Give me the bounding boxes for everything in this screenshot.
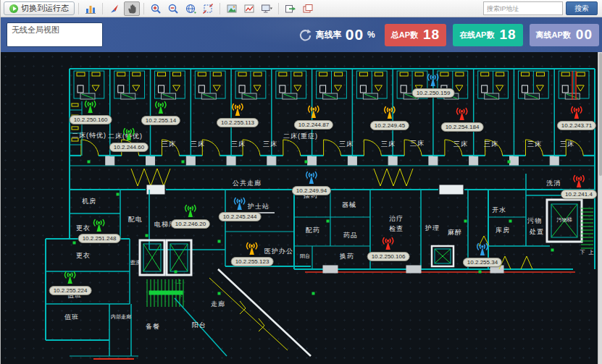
zoom-out-button[interactable]: [165, 1, 181, 16]
image-icon: [226, 3, 238, 14]
room-label: 二床(特优): [72, 131, 106, 140]
room-label: 内部走廊: [111, 313, 131, 321]
floor-plan-canvas[interactable]: 二床(特优)二床(特优)三床三床三床三床二床(重症)三床三床三床三床三床三床三床…: [1, 52, 602, 364]
ap-marker[interactable]: 10.2.255.14: [141, 98, 180, 125]
room-label: 配药: [306, 226, 320, 235]
compass-icon: [109, 3, 120, 14]
ap-ip-label: 10.2.245.244: [219, 212, 262, 221]
ap-marker[interactable]: 10.2.244.87: [294, 103, 333, 130]
room-label: 三床: [410, 139, 425, 148]
room-label: 三床: [560, 140, 574, 149]
ap-marker[interactable]: 10.2.251.248: [78, 216, 121, 243]
switch-run-state-button[interactable]: 切换到运行态: [4, 1, 75, 15]
floor-plan-overlay: 二床(特优)二床(特优)三床三床三床三床二床(重症)三床三床三床三床三床三床三床…: [1, 52, 602, 364]
image-button[interactable]: [224, 1, 240, 16]
ap-ip-label: 10.2.250.106: [367, 252, 410, 261]
offline-rate: 离线率 00 %: [298, 26, 375, 43]
search-ip-input[interactable]: [483, 1, 563, 15]
toolbar-separator: [278, 3, 279, 14]
ap-ip-label: 10.2.241.4: [561, 190, 597, 199]
ap-antenna-icon: [566, 103, 588, 122]
ap-ip-label: 10.2.244.87: [294, 120, 333, 130]
zoom-extents-button[interactable]: [200, 1, 216, 16]
room-label: 三床: [453, 140, 468, 149]
export-button[interactable]: [283, 1, 298, 16]
room-label: 配电: [128, 215, 143, 224]
ap-marker[interactable]: 10.2.250.159: [412, 71, 455, 98]
room-label: 污物梯: [557, 216, 572, 224]
ap-marker[interactable]: 10.2.255.224: [49, 268, 92, 295]
ap-ip-label: 10.2.254.184: [441, 122, 484, 132]
ap-marker[interactable]: 10.2.254.184: [441, 105, 484, 132]
stats-panel: 离线率 00 % 总AP数18在线AP数18离线AP数00: [298, 24, 599, 46]
snapshot-button[interactable]: [241, 1, 257, 16]
room-label: 备餐: [146, 322, 160, 331]
ap-marker[interactable]: 10.2.246.20: [171, 202, 210, 229]
ap-antenna-icon: [472, 240, 493, 259]
view-selector[interactable]: 无线全局视图: [7, 22, 103, 47]
zoom-globe-button[interactable]: [183, 1, 198, 16]
vertical-scrollbar[interactable]: [598, 52, 602, 364]
ap-antenna-icon: [150, 98, 172, 117]
refresh-icon: [298, 28, 312, 42]
display-mode-icon: [261, 3, 272, 14]
room-label: 更衣: [76, 251, 91, 261]
ap-marker[interactable]: 10.2.255.123: [231, 240, 274, 266]
display-mode-button[interactable]: [259, 1, 275, 16]
ap-ip-label: 10.2.255.123: [231, 257, 274, 266]
ap-marker[interactable]: 10.2.255.34: [463, 240, 502, 267]
ap-antenna-icon: [118, 125, 140, 144]
ap-marker[interactable]: 10.2.249.45: [370, 103, 409, 130]
zoom-out-icon: [167, 3, 179, 14]
room-label: 三床: [339, 140, 354, 149]
ap-antenna-icon: [303, 103, 325, 122]
toolbar-separator: [220, 3, 220, 14]
ap-marker[interactable]: 10.2.245.244: [219, 195, 262, 221]
ap-count-badge: 总AP数18: [385, 24, 446, 46]
offline-rate-value: 00: [346, 26, 364, 43]
ap-marker[interactable]: 10.2.241.4: [561, 172, 597, 199]
zoom-globe-icon: [185, 3, 196, 14]
toolbar-icon-group: [76, 1, 316, 16]
room-label: 污物: [527, 216, 542, 226]
zoom-in-button[interactable]: [148, 1, 164, 16]
ap-antenna-icon: [301, 169, 322, 187]
pan-hand-button[interactable]: [124, 1, 140, 16]
room-label: 换药: [340, 252, 354, 261]
ap-marker[interactable]: 10.2.250.160: [70, 98, 112, 124]
ap-antenna-icon: [422, 71, 444, 90]
ap-marker[interactable]: 10.2.243.71: [557, 103, 596, 130]
ap-antenna-icon: [377, 234, 399, 253]
ap-ip-label: 10.2.255.224: [49, 286, 92, 295]
room-label: 下: [178, 293, 183, 300]
room-label: 检查: [389, 224, 404, 234]
room-label: 机房: [82, 197, 96, 206]
ap-marker[interactable]: 10.2.249.94: [292, 169, 331, 195]
ap-antenna-icon: [229, 195, 251, 213]
room-label: 洗消: [546, 179, 561, 188]
room-label: 开水: [492, 206, 506, 215]
room-label: 三床: [162, 140, 176, 149]
windows-button[interactable]: [300, 1, 316, 16]
search-button[interactable]: 搜索: [566, 1, 598, 15]
ap-antenna-icon: [80, 98, 101, 117]
room-label: 二床(重症): [283, 132, 318, 141]
ap-ip-label: 10.2.246.20: [171, 219, 210, 229]
ap-antenna-icon: [379, 103, 401, 122]
ap-ip-label: 10.2.255.14: [141, 116, 180, 125]
ap-ip-label: 10.2.244.60: [109, 143, 149, 152]
ap-ip-label: 10.2.255.113: [217, 118, 259, 127]
room-label: 下: [580, 249, 585, 256]
search-area: 搜索: [483, 1, 599, 15]
room-label: 护理: [425, 224, 440, 233]
ap-marker[interactable]: 10.2.255.113: [217, 101, 259, 127]
ap-marker[interactable]: 10.2.244.60: [109, 125, 149, 152]
room-label: 库房: [496, 226, 510, 235]
scrollbar-thumb[interactable]: [599, 53, 602, 176]
ap-antenna-icon: [88, 216, 110, 235]
room-label: 三床: [191, 140, 205, 149]
ap-marker[interactable]: 10.2.250.106: [367, 234, 410, 261]
bar-chart-button[interactable]: [83, 1, 99, 16]
compass-button[interactable]: [106, 1, 122, 16]
zoom-in-icon: [150, 3, 162, 14]
